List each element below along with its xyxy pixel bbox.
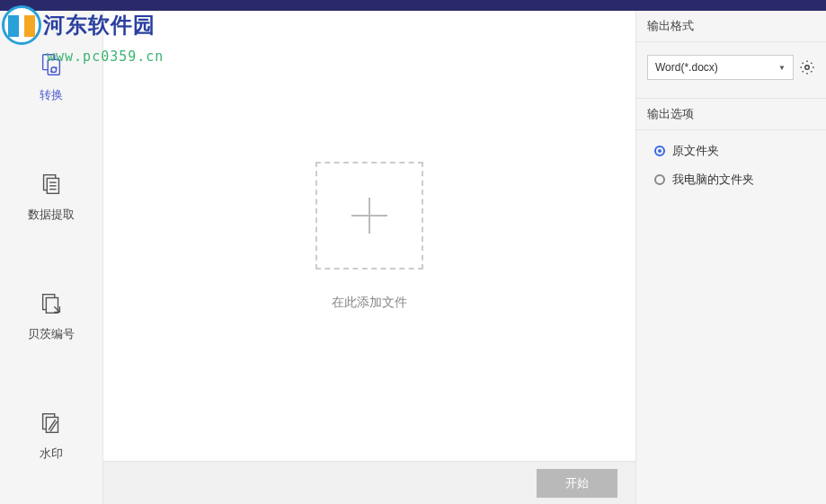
sidebar-item-bates[interactable]: 贝茨编号 (0, 277, 102, 360)
format-select-value: Word(*.docx) (655, 61, 718, 74)
bottom-bar: 开始 (103, 461, 635, 504)
bates-icon (38, 290, 65, 317)
sidebar-item-label: 水印 (40, 446, 63, 462)
svg-point-13 (805, 66, 810, 70)
sidebar-item-label: 贝茨编号 (28, 326, 75, 342)
radio-label: 原文件夹 (672, 143, 719, 159)
radio-icon (654, 146, 665, 156)
extract-icon (38, 171, 65, 198)
output-format-body: Word(*.docx) ▼ (636, 42, 826, 99)
format-select[interactable]: Word(*.docx) ▼ (647, 55, 794, 80)
sidebar-item-extract[interactable]: 数据提取 (0, 157, 102, 241)
watermark-icon (38, 410, 65, 437)
radio-my-computer-folder[interactable]: 我电脑的文件夹 (654, 172, 815, 188)
start-button[interactable]: 开始 (537, 469, 617, 498)
radio-label: 我电脑的文件夹 (672, 172, 754, 188)
svg-rect-8 (46, 297, 58, 313)
watermark-title: 河东软件园 (43, 11, 155, 40)
sidebar-item-watermark[interactable]: 水印 (0, 396, 102, 480)
logo-icon (2, 5, 41, 45)
watermark-overlay: 河东软件园 www.pc0359.cn (2, 5, 155, 45)
right-panel: 输出格式 Word(*.docx) ▼ 输出选项 原 (635, 11, 826, 504)
sidebar-item-label: 数据提取 (28, 207, 75, 223)
sidebar: 转换 数据提取 贝茨编号 (0, 11, 103, 504)
plus-icon (351, 198, 387, 234)
drop-box[interactable] (315, 162, 423, 270)
radio-original-folder[interactable]: 原文件夹 (654, 143, 815, 159)
gear-icon[interactable] (799, 59, 815, 75)
main-container: 转换 数据提取 贝茨编号 (0, 11, 826, 504)
output-options-body: 原文件夹 我电脑的文件夹 (636, 130, 826, 206)
radio-icon (654, 174, 665, 185)
drop-zone[interactable]: 在此添加文件 (103, 11, 635, 461)
output-options-header: 输出选项 (636, 99, 826, 130)
drop-text: 在此添加文件 (332, 295, 407, 311)
center-area: 在此添加文件 开始 (103, 11, 635, 504)
output-format-header: 输出格式 (636, 11, 826, 42)
chevron-down-icon: ▼ (778, 64, 786, 72)
watermark-url: www.pc0359.cn (47, 49, 164, 65)
sidebar-item-label: 转换 (40, 87, 63, 103)
